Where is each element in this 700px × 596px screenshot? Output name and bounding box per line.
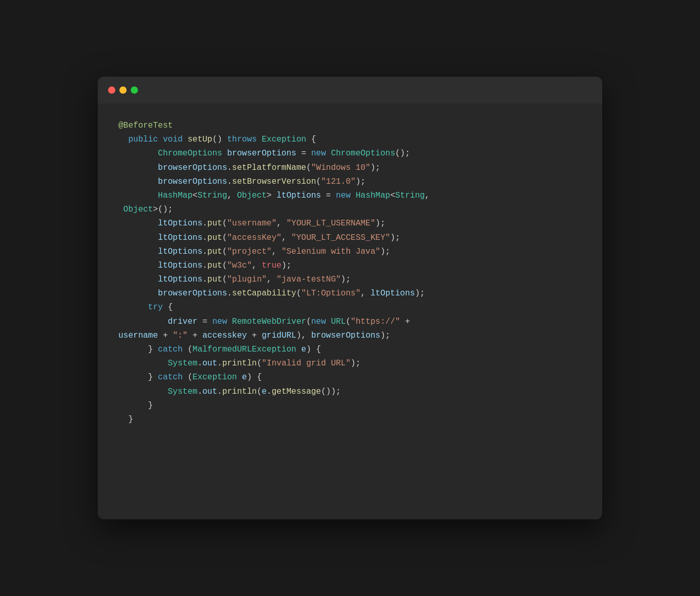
bool-true: true	[261, 261, 281, 270]
string-plugin-key: "plugin"	[227, 275, 267, 284]
code-window: @BeforeTest public void setUp() throws E…	[98, 77, 602, 519]
var-browseroptions2: browserOptions	[158, 163, 227, 172]
var-e2: e	[242, 373, 247, 382]
var-browseroptions: browserOptions	[227, 149, 296, 158]
string-invalid-url: "Invalid grid URL"	[261, 359, 351, 368]
var-driver: driver	[168, 317, 198, 326]
var-out1: out	[202, 359, 217, 368]
method-put2: put	[207, 233, 222, 242]
keyword-new4: new	[311, 317, 326, 326]
string-version: "121.0"	[321, 177, 356, 186]
string-windows10: "Windows 10"	[311, 163, 370, 172]
method-put4: put	[207, 261, 222, 270]
type-string2: String	[395, 191, 425, 200]
string-colon: ":"	[173, 331, 188, 340]
method-setup: setUp	[187, 135, 212, 144]
annotation-beforetest: @BeforeTest	[118, 121, 173, 130]
method-setplatformname: setPlatformName	[232, 163, 306, 172]
method-getmessage: getMessage	[272, 387, 321, 396]
string-project-val: "Selenium with Java"	[282, 247, 380, 256]
string-accesskey-val: "YOUR_LT_ACCESS_KEY"	[291, 233, 390, 242]
type-chromeoptions: ChromeOptions	[158, 149, 222, 158]
type-hashmap: HashMap	[158, 191, 192, 200]
window-titlebar	[98, 77, 602, 103]
keyword-catch2: catch	[158, 373, 183, 382]
type-system1: System	[168, 359, 198, 368]
string-project-key: "project"	[227, 247, 271, 256]
method-println2: println	[222, 387, 257, 396]
string-w3c-key: "w3c"	[227, 261, 252, 270]
method-setbrowserversion: setBrowserVersion	[232, 177, 316, 186]
type-hashmap2: HashMap	[356, 191, 390, 200]
keyword-public: public	[128, 135, 158, 144]
string-accesskey-key: "accessKey"	[227, 233, 282, 242]
type-remotewebdriver: RemoteWebDriver	[232, 317, 306, 326]
method-println1: println	[222, 359, 257, 368]
var-browseroptions4: browserOptions	[158, 289, 227, 298]
keyword-new1: new	[311, 149, 326, 158]
method-put3: put	[207, 247, 222, 256]
var-ltoptions7: ltOptions	[371, 289, 415, 298]
var-accesskey: accesskey	[202, 331, 247, 340]
code-line	[118, 135, 128, 144]
method-put1: put	[207, 219, 222, 228]
string-https: "https://"	[351, 317, 400, 326]
type-string1: String	[198, 191, 227, 200]
type-chromeoptions2: ChromeOptions	[331, 149, 395, 158]
type-malformedurlexception: MalformedURLException	[192, 345, 296, 354]
var-ltoptions: ltOptions	[276, 191, 321, 200]
var-browseroptions5: browserOptions	[311, 331, 380, 340]
close-button[interactable]	[108, 86, 115, 94]
type-exception2: Exception	[192, 373, 237, 382]
var-ltoptions2: ltOptions	[158, 219, 202, 228]
keyword-new2: new	[336, 191, 351, 200]
keyword-void: void	[163, 135, 182, 144]
var-e3: e	[261, 387, 267, 396]
var-ltoptions6: ltOptions	[158, 275, 202, 284]
var-out2: out	[202, 387, 217, 396]
string-username-key: "username"	[227, 219, 276, 228]
var-ltoptions4: ltOptions	[158, 247, 202, 256]
var-e1: e	[301, 345, 306, 354]
keyword-catch1: catch	[158, 345, 183, 354]
method-setcapability: setCapability	[232, 289, 296, 298]
keyword-new3: new	[212, 317, 227, 326]
minimize-button[interactable]	[119, 86, 127, 94]
var-ltoptions3: ltOptions	[158, 233, 202, 242]
var-ltoptions5: ltOptions	[158, 261, 202, 270]
type-exception: Exception	[261, 135, 306, 144]
type-system2: System	[168, 387, 198, 396]
var-username: username	[118, 331, 158, 340]
type-object1: Object	[237, 191, 267, 200]
string-plugin-val: "java-testNG"	[276, 275, 341, 284]
var-browseroptions3: browserOptions	[158, 177, 227, 186]
var-gridurl: gridURL	[261, 331, 296, 340]
maximize-button[interactable]	[131, 86, 138, 94]
keyword-try: try	[148, 303, 163, 312]
type-url: URL	[331, 317, 346, 326]
code-block: @BeforeTest public void setUp() throws E…	[98, 103, 602, 442]
string-ltoptions-key: "LT:Options"	[301, 289, 360, 298]
method-put5: put	[207, 275, 222, 284]
string-username-val: "YOUR_LT_USERNAME"	[286, 219, 375, 228]
keyword-throws: throws	[227, 135, 257, 144]
type-object2: Object	[124, 205, 153, 214]
